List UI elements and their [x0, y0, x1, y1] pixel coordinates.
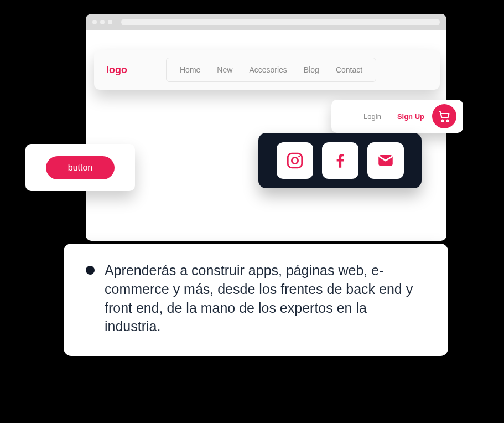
window-control-dot — [108, 20, 112, 24]
logo[interactable]: logo — [106, 64, 127, 76]
svg-rect-2 — [288, 153, 302, 168]
svg-point-4 — [298, 156, 300, 157]
browser-top-bar — [86, 14, 446, 30]
cart-icon — [438, 110, 451, 123]
info-card: Aprenderás a construir apps, páginas web… — [64, 244, 448, 356]
svg-point-1 — [447, 120, 449, 122]
nav-item-home[interactable]: Home — [180, 65, 200, 74]
facebook-icon — [331, 151, 350, 170]
window-control-dot — [100, 20, 105, 24]
instagram-icon — [285, 151, 304, 170]
nav-item-contact[interactable]: Contact — [336, 65, 362, 74]
svg-point-3 — [292, 157, 298, 163]
social-card — [258, 133, 422, 188]
primary-button[interactable]: button — [46, 156, 115, 179]
nav-item-blog[interactable]: Blog — [304, 65, 319, 74]
nav-bar: Home New Accesories Blog Contact — [166, 58, 376, 82]
social-mail-button[interactable] — [367, 142, 404, 179]
bullet-icon — [86, 266, 95, 275]
social-instagram-button[interactable] — [277, 142, 313, 179]
divider — [389, 110, 389, 122]
button-card: button — [25, 144, 135, 191]
info-text: Aprenderás a construir apps, páginas web… — [105, 261, 426, 336]
mail-icon — [376, 151, 395, 170]
login-link[interactable]: Login — [363, 112, 381, 121]
nav-item-new[interactable]: New — [217, 65, 232, 74]
header-card: logo Home New Accesories Blog Contact — [94, 50, 440, 90]
nav-item-accesories[interactable]: Accesories — [249, 65, 287, 74]
window-control-dot — [92, 20, 97, 24]
social-facebook-button[interactable] — [322, 142, 358, 179]
cart-button[interactable] — [432, 104, 456, 128]
signup-link[interactable]: Sign Up — [397, 112, 424, 121]
auth-card: Login Sign Up — [331, 100, 463, 133]
svg-point-0 — [442, 120, 444, 122]
browser-url-bar — [121, 19, 440, 25]
